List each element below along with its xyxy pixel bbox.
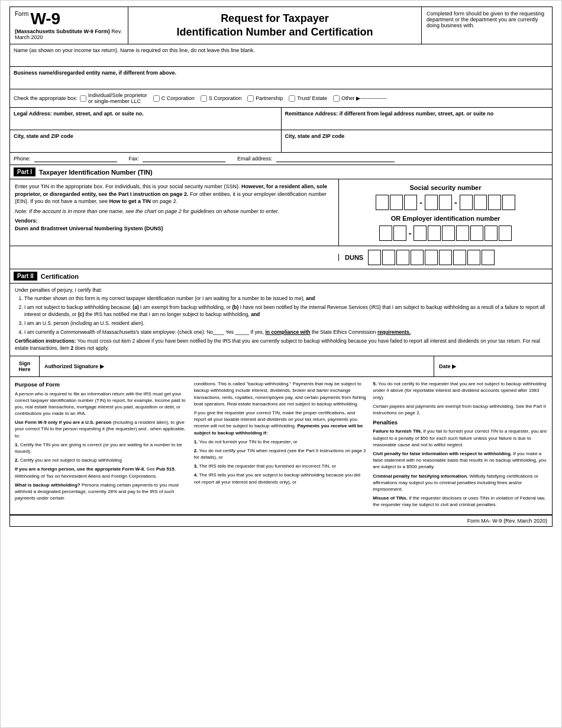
cert-item-4: I am currently a Commonwealth of Massach… bbox=[24, 329, 547, 336]
checkbox-partnership-input[interactable] bbox=[247, 95, 254, 102]
cert-list: The number shown on this form is my corr… bbox=[15, 295, 547, 336]
part2-title: Certification bbox=[41, 273, 79, 280]
checkbox-partnership[interactable]: Partnership bbox=[247, 95, 283, 102]
purpose-col2-para-5: 3. The IRS tells the requester that you … bbox=[194, 463, 369, 469]
checkbox-individual-input[interactable] bbox=[80, 95, 86, 102]
or-ein-label: OR Employer identification number bbox=[345, 215, 546, 222]
duns-box-6[interactable] bbox=[439, 250, 452, 265]
duns-box-3[interactable] bbox=[396, 250, 409, 265]
penalties-civil: Civil penalty for false information with… bbox=[373, 450, 547, 471]
city-state-label-left: City, state and ZIP code bbox=[14, 133, 73, 139]
purpose-para-2: Use Form W-9 only if you are a U.S. pers… bbox=[15, 419, 189, 439]
fax-item: Fax: bbox=[129, 155, 226, 162]
phone-input[interactable] bbox=[34, 155, 117, 162]
checkbox-s-corp-input[interactable] bbox=[201, 95, 207, 102]
city-state-input-right[interactable] bbox=[285, 139, 549, 150]
ein-box-4[interactable] bbox=[428, 226, 441, 241]
purpose-para-1: A person who is required to file an info… bbox=[15, 391, 189, 417]
checkbox-trust-input[interactable] bbox=[289, 95, 295, 102]
purpose-col2-para-2: If you give the requester your correct T… bbox=[194, 410, 369, 436]
form-number: W-9 bbox=[30, 9, 60, 28]
form-subtitle: (Massachusetts Substitute W-9 Form) Rev.… bbox=[15, 28, 123, 40]
sign-date: Date ▶ bbox=[434, 356, 552, 376]
ein-box-2[interactable] bbox=[393, 226, 406, 241]
ssn-box-3[interactable] bbox=[404, 195, 417, 210]
ein-box-7[interactable] bbox=[470, 226, 483, 241]
duns-box-5[interactable] bbox=[425, 250, 438, 265]
ssn-box-2[interactable] bbox=[390, 195, 403, 210]
duns-box-1[interactable] bbox=[368, 250, 381, 265]
purpose-col2-para-1: conditions. This is called "backup withh… bbox=[194, 381, 369, 407]
ssn-box-4[interactable] bbox=[425, 195, 438, 210]
penalties-failure: Failure to furnish TIN. If you fail to f… bbox=[373, 428, 547, 448]
form-word: Form bbox=[15, 11, 28, 17]
tin-right-panel: Social security number - - OR Employer i… bbox=[339, 179, 552, 246]
purpose-para-3: 1. Certify the TIN you are giving is cor… bbox=[15, 442, 189, 455]
ssn-box-8[interactable] bbox=[488, 195, 501, 210]
ein-box-8[interactable] bbox=[485, 226, 498, 241]
checkbox-row-label: Check the appropriate box: bbox=[14, 95, 77, 101]
duns-box-8[interactable] bbox=[467, 250, 480, 265]
purpose-col2-para-6: 4. The IRS tells you that you are subjec… bbox=[194, 472, 369, 485]
sign-row: Sign Here Authorized Signature ▶ Date ▶ bbox=[10, 356, 552, 377]
fax-input[interactable] bbox=[143, 155, 225, 162]
remittance-address-input[interactable] bbox=[285, 117, 549, 127]
form-title-center: Request for Taxpayer Identification Numb… bbox=[128, 7, 422, 44]
duns-right: DUNS bbox=[339, 246, 552, 269]
checkbox-individual[interactable]: Individual/Sole proprietoror single-memb… bbox=[80, 92, 147, 104]
email-input[interactable] bbox=[276, 155, 395, 162]
name-input[interactable] bbox=[14, 53, 548, 64]
business-name-input[interactable] bbox=[14, 76, 548, 86]
cert-instructions: Certification instructions: You must cro… bbox=[15, 338, 547, 352]
certification-section: Under penalties of perjury, I certify th… bbox=[10, 284, 552, 356]
checkbox-s-corp[interactable]: S Corporation bbox=[201, 95, 242, 102]
cert-item-3: I am an U.S. person (including an U.S. r… bbox=[24, 320, 547, 327]
business-name-field-row: Business name/disregarded entity name, i… bbox=[10, 67, 552, 89]
checkbox-c-corp[interactable]: C Corporation bbox=[153, 95, 195, 102]
ein-box-5[interactable] bbox=[442, 226, 455, 241]
ssn-box-9[interactable] bbox=[502, 195, 515, 210]
duns-box-2[interactable] bbox=[382, 250, 395, 265]
duns-box-9[interactable] bbox=[482, 250, 495, 265]
ein-box-3[interactable] bbox=[414, 226, 427, 241]
purpose-para-4: 2. Certify you are not subject to backup… bbox=[15, 457, 189, 463]
business-name-label: Business name/disregarded entity name, i… bbox=[14, 70, 176, 76]
city-state-label-right: City, state and ZIP code bbox=[285, 133, 345, 139]
ein-box-6[interactable] bbox=[456, 226, 469, 241]
duns-box-7[interactable] bbox=[453, 250, 466, 265]
phone-row: Phone: Fax: Email address: bbox=[10, 153, 552, 165]
cert-item-1: The number shown on this form is my corr… bbox=[24, 295, 547, 302]
purpose-col2-para-3: 1. You do not furnish your TIN to the re… bbox=[194, 439, 369, 445]
purpose-col2-para-4: 2. You do not certify your TIN when requ… bbox=[194, 447, 369, 460]
legal-address-input[interactable] bbox=[14, 117, 277, 127]
purpose-col-3: 5. You do not certify to the requester t… bbox=[373, 381, 547, 510]
duns-label: DUNS bbox=[345, 254, 363, 261]
ssn-box-6[interactable] bbox=[460, 195, 473, 210]
checkbox-other[interactable]: Other ▶--------------- bbox=[333, 95, 387, 102]
legal-address-col: Legal Address: number, street, and apt. … bbox=[10, 108, 282, 130]
penalties-misuse: Misuse of TINs. If the requester disclos… bbox=[373, 495, 547, 508]
sign-content: Authorized Signature ▶ bbox=[40, 356, 434, 376]
entity-type-row: Check the appropriate box: Individual/So… bbox=[10, 89, 552, 108]
duns-row: DUNS bbox=[10, 246, 552, 269]
city-state-input-left[interactable] bbox=[14, 139, 277, 150]
ein-box-1[interactable] bbox=[379, 226, 392, 241]
penalties-criminal: Criminal penalty for falsifying informat… bbox=[373, 473, 547, 493]
ssn-box-7[interactable] bbox=[474, 195, 487, 210]
duns-left bbox=[10, 254, 339, 261]
part2-label: Part II bbox=[14, 272, 37, 281]
remittance-address-col: Remittance Address: if different from le… bbox=[282, 108, 553, 130]
ssn-box-5[interactable] bbox=[439, 195, 452, 210]
checkbox-c-corp-input[interactable] bbox=[153, 95, 160, 102]
phone-item: Phone: bbox=[14, 155, 117, 162]
cert-intro: Under penalties of perjury, I certify th… bbox=[15, 287, 547, 293]
fax-label: Fax: bbox=[129, 156, 140, 162]
remittance-address-label: Remittance Address: if different from le… bbox=[285, 111, 494, 117]
checkbox-other-input[interactable] bbox=[333, 95, 340, 102]
ssn-box-1[interactable] bbox=[376, 195, 389, 210]
form-title-block: Form W-9 bbox=[15, 11, 123, 27]
cert-item-2: I am not subject to backup withholding b… bbox=[24, 304, 547, 318]
checkbox-trust[interactable]: Trust/ Estate bbox=[289, 95, 327, 102]
ein-box-9[interactable] bbox=[499, 226, 512, 241]
duns-box-4[interactable] bbox=[411, 250, 424, 265]
